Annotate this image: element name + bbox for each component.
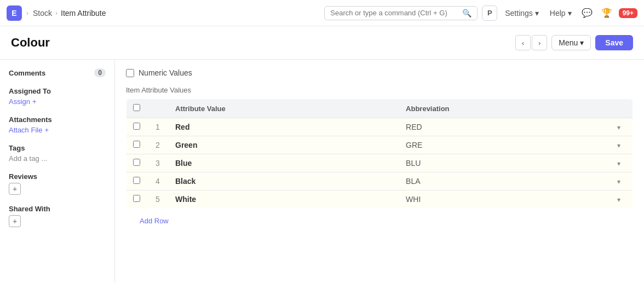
row-num: 5 [147,190,169,209]
next-button[interactable]: › [532,35,547,50]
row-action[interactable]: ▾ [606,118,633,136]
assign-button[interactable]: Assign + [9,97,106,106]
row-abbreviation: WHI [399,190,605,209]
row-checkbox[interactable] [133,177,140,184]
th-checkbox [127,99,147,118]
numeric-values-checkbox[interactable] [126,69,134,77]
row-checkbox-cell [127,154,147,172]
row-num: 3 [147,154,169,172]
nav-actions: P Settings ▾ Help ▾ 💬 🏆 99+ [482,5,637,21]
sidebar-comments: Comments 0 [9,68,106,77]
row-dropdown-icon[interactable]: ▾ [617,142,620,149]
nav-arrows: ‹ › [515,35,547,50]
row-action[interactable]: ▾ [606,154,633,172]
row-abbreviation: BLU [399,154,605,172]
row-dropdown-icon[interactable]: ▾ [617,178,620,186]
add-row-button[interactable]: Add Row [133,212,175,229]
attach-plus-icon: + [44,126,49,134]
reviews-label: Reviews [9,172,106,181]
breadcrumb-sep-1: › [26,9,28,17]
row-abbreviation: GRE [399,136,605,154]
row-checkbox[interactable] [133,123,140,130]
attach-file-button[interactable]: Attach File + [9,126,106,134]
app-icon[interactable]: E [7,5,22,21]
row-action[interactable]: ▾ [606,190,633,209]
select-all-checkbox[interactable] [133,104,140,111]
reviews-add-button[interactable]: + [9,183,21,195]
row-num: 2 [147,136,169,154]
search-input[interactable] [330,9,459,17]
menu-chevron-icon: ▾ [580,38,584,47]
breadcrumb: Stock › Item Attribute [33,9,106,18]
table-row: 1 Red RED ▾ [127,118,633,136]
attribute-values-table: Attribute Value Abbreviation 1 Red RED ▾… [126,99,633,234]
table-section-title: Item Attribute Values [126,86,633,94]
table-row: 5 White WHI ▾ [127,190,633,209]
th-num [147,99,169,118]
notification-badge[interactable]: 99+ [619,8,637,18]
row-num: 4 [147,172,169,190]
breadcrumb-item-attribute[interactable]: Item Attribute [61,9,106,18]
sidebar-tags: Tags Add a tag ... [9,144,106,163]
sidebar: Comments 0 Assigned To Assign + Attachme… [0,60,115,283]
header-actions: ‹ › Menu ▾ Save [515,35,633,50]
breadcrumb-stock[interactable]: Stock [33,9,52,18]
shared-with-add-button[interactable]: + [9,215,21,227]
add-tag-text[interactable]: Add a tag ... [9,154,106,163]
prev-button[interactable]: ‹ [515,35,531,50]
row-checkbox-cell [127,172,147,190]
save-button[interactable]: Save [595,35,633,50]
row-attribute-value: Blue [169,154,399,172]
numeric-values-row: Numeric Values [126,68,633,77]
sidebar-assigned-to: Assigned To Assign + [9,87,106,106]
row-checkbox-cell [127,190,147,209]
row-checkbox[interactable] [133,141,140,148]
row-attribute-value: Green [169,136,399,154]
sidebar-attachments: Attachments Attach File + [9,115,106,134]
table-row: 3 Blue BLU ▾ [127,154,633,172]
row-num: 1 [147,118,169,136]
top-nav: E › Stock › Item Attribute 🔍 P Settings … [0,0,644,26]
row-dropdown-icon[interactable]: ▾ [617,160,620,168]
search-icon: 🔍 [462,9,472,18]
shared-with-label: Shared With [9,205,106,213]
row-checkbox[interactable] [133,195,140,202]
row-attribute-value: Black [169,172,399,190]
sidebar-reviews: Reviews + [9,172,106,195]
tags-label: Tags [9,144,106,152]
row-dropdown-icon[interactable]: ▾ [617,124,620,131]
row-action[interactable]: ▾ [606,136,633,154]
table-row: 2 Green GRE ▾ [127,136,633,154]
add-row-cell: Add Row [127,208,633,234]
comments-label: Comments 0 [9,68,106,77]
search-bar[interactable]: 🔍 [324,6,478,20]
page-header: Colour ‹ › Menu ▾ Save [0,26,644,60]
row-checkbox-cell [127,136,147,154]
th-action [606,99,633,118]
menu-button[interactable]: Menu ▾ [551,35,591,50]
row-abbreviation: BLA [399,172,605,190]
reviews-add: + [9,183,106,195]
comments-badge: 0 [94,68,106,77]
breadcrumb-sep-2: › [55,9,58,17]
content-area: Numeric Values Item Attribute Values Att… [115,60,644,283]
assigned-to-label: Assigned To [9,87,106,95]
table-row: 4 Black BLA ▾ [127,172,633,190]
row-checkbox[interactable] [133,159,140,166]
main-layout: Comments 0 Assigned To Assign + Attachme… [0,60,644,283]
trophy-icon[interactable]: 🏆 [599,5,614,21]
row-abbreviation: RED [399,118,605,136]
row-action[interactable]: ▾ [606,172,633,190]
th-abbreviation: Abbreviation [399,99,605,118]
settings-button[interactable]: Settings ▾ [502,7,542,20]
row-attribute-value: Red [169,118,399,136]
chat-icon[interactable]: 💬 [579,5,595,21]
numeric-values-checkbox-label[interactable]: Numeric Values [126,68,192,77]
help-button[interactable]: Help ▾ [547,7,575,20]
row-dropdown-icon[interactable]: ▾ [617,196,620,204]
th-attribute-value: Attribute Value [169,99,399,118]
assign-plus-icon: + [32,97,37,106]
settings-chevron-icon: ▾ [535,9,539,18]
profile-button[interactable]: P [482,5,497,21]
shared-with-add: + [9,215,106,227]
